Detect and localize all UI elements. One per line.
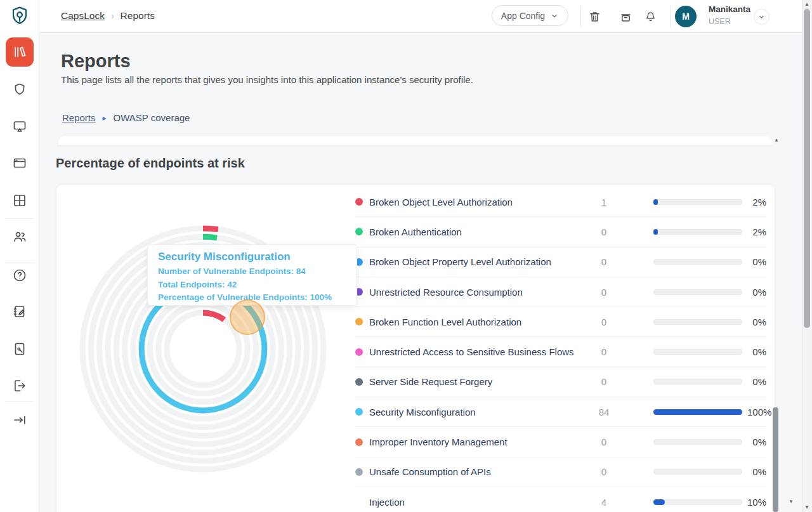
- header-breadcrumb: CapsLock › Reports: [61, 10, 155, 22]
- user-menu-button[interactable]: [754, 9, 769, 25]
- sidebar-item-security[interactable]: [12, 82, 27, 97]
- legend-percent: 0%: [747, 346, 766, 357]
- user-role: USER: [709, 17, 731, 26]
- legend-label: Security Misconfiguration: [369, 407, 589, 417]
- inner-scrollbar-thumb[interactable]: [773, 407, 778, 512]
- legend-count: 0: [589, 287, 619, 298]
- legend-row[interactable]: Server Side Request Forgery 0 0%: [355, 367, 766, 397]
- sidebar-item-help[interactable]: [12, 268, 27, 283]
- legend-bar: [653, 229, 742, 235]
- notifications-button[interactable]: [641, 8, 659, 25]
- content-scrollbar-down-arrow[interactable]: ▼: [789, 499, 794, 504]
- legend-row[interactable]: Improper Inventory Management 0 0%: [355, 427, 766, 457]
- legend-label: Broken Object Property Level Authorizati…: [369, 256, 589, 267]
- legend-dot: [355, 468, 363, 476]
- section-title: Percentage of endpoints at risk: [56, 156, 245, 171]
- breadcrumb-reports-link[interactable]: Reports: [62, 112, 96, 123]
- browser-scrollbar-up-arrow[interactable]: ▲: [804, 2, 809, 7]
- legend-count: 0: [589, 376, 619, 387]
- trash-icon: [588, 10, 601, 23]
- users-icon: [12, 229, 27, 244]
- archive-button[interactable]: [617, 8, 634, 25]
- app-logo-icon[interactable]: [8, 5, 32, 30]
- inner-scrollbar-up-arrow[interactable]: ▲: [774, 138, 779, 143]
- legend-label: Unrestricted Access to Sensitive Busines…: [369, 346, 589, 357]
- header-divider: [580, 6, 581, 27]
- legend-label: Improper Inventory Management: [369, 437, 589, 447]
- legend-row[interactable]: Broken Authentication 0 2%: [355, 217, 766, 247]
- user-name: Manikanta: [709, 4, 750, 14]
- legend-count: 0: [589, 466, 619, 477]
- legend-row[interactable]: Broken Function Level Authorization 0 0%: [355, 307, 766, 337]
- chart-tooltip: Security Misconfiguration Number of Vuln…: [147, 244, 357, 306]
- legend-bar: [653, 499, 742, 505]
- sidebar-item-notes[interactable]: [12, 304, 27, 319]
- legend-bar: [653, 319, 742, 325]
- legend-row[interactable]: Unrestricted Resource Consumption 0 0%: [355, 277, 766, 307]
- legend-row[interactable]: Broken Object Level Authorization 1 2%: [355, 187, 766, 217]
- legend-percent: 0%: [747, 287, 766, 298]
- bar-fill: [653, 409, 742, 415]
- breadcrumb-owasp-current: OWASP coverage: [114, 112, 190, 123]
- legend-dot: [355, 228, 363, 235]
- bar-fill: [653, 199, 658, 205]
- header-divider: [670, 6, 671, 27]
- archive-icon: [619, 10, 632, 23]
- breadcrumb-root-link[interactable]: CapsLock: [61, 10, 105, 22]
- notebook-pen-icon: [12, 304, 27, 319]
- legend-row[interactable]: Broken Object Property Level Authorizati…: [355, 247, 766, 277]
- legend-bar: [653, 199, 742, 205]
- browser-scrollbar-down-arrow[interactable]: ▼: [804, 505, 809, 510]
- legend-bar: [653, 379, 742, 384]
- sidebar-collapse-button[interactable]: [12, 412, 27, 428]
- sidebar-divider: [5, 401, 34, 402]
- delete-button[interactable]: [586, 8, 603, 25]
- page-subtitle: This page lists all the reports that giv…: [61, 74, 473, 85]
- legend-row[interactable]: Security Misconfiguration 84 100%: [355, 397, 766, 427]
- legend-dot: [355, 198, 363, 206]
- shield-icon: [12, 82, 27, 97]
- browser-scrollbar-thumb[interactable]: [804, 9, 810, 328]
- sidebar-item-reports-active[interactable]: [6, 37, 34, 67]
- legend-percent: 10%: [747, 497, 766, 508]
- legend-dot: [355, 378, 363, 386]
- sidebar-item-applications[interactable]: [12, 155, 27, 171]
- sidebar-item-users[interactable]: [12, 229, 27, 244]
- legend-count: 4: [589, 497, 619, 508]
- legend-bar: [653, 469, 742, 475]
- legend-label: Broken Object Level Authorization: [369, 197, 589, 207]
- legend-dot: [355, 408, 363, 416]
- legend-dot: [355, 348, 363, 356]
- page-breadcrumb: Reports ▸ OWASP coverage: [62, 112, 190, 123]
- legend-count: 0: [589, 226, 619, 237]
- legend-label: Server Side Request Forgery: [369, 376, 589, 387]
- legend-percent: 0%: [747, 466, 766, 477]
- browser-window-icon: [12, 155, 27, 171]
- legend-row[interactable]: Injection 4 10%: [355, 487, 766, 512]
- sidebar: [0, 0, 39, 512]
- legend-count: 0: [589, 256, 619, 267]
- legend-bar: [653, 439, 742, 445]
- sidebar-item-monitoring[interactable]: [12, 119, 27, 134]
- tooltip-total-endpoints: Total Endpoints: 42: [158, 279, 346, 292]
- breadcrumb-current: Reports: [121, 10, 155, 22]
- legend-count: 0: [589, 346, 619, 357]
- legend-row[interactable]: Unsafe Consumption of APIs 0 0%: [355, 457, 766, 487]
- legend-label: Broken Function Level Authorization: [369, 317, 589, 327]
- collapse-arrow-icon: [12, 412, 27, 428]
- legend-count: 0: [589, 317, 619, 327]
- legend-dot: [355, 438, 363, 446]
- app-config-dropdown[interactable]: App Config: [492, 5, 568, 26]
- user-avatar[interactable]: M: [675, 6, 697, 27]
- library-books-icon: [13, 45, 27, 59]
- legend-row[interactable]: Unrestricted Access to Sensitive Busines…: [355, 337, 766, 367]
- scrolled-card-edge: [58, 136, 773, 145]
- legend-percent: 100%: [747, 407, 771, 417]
- legend-percent: 0%: [747, 317, 766, 327]
- sidebar-item-dashboard[interactable]: [12, 193, 27, 208]
- bell-icon: [644, 10, 657, 23]
- sidebar-item-documents[interactable]: [12, 341, 27, 357]
- tooltip-vulnerable-endpoints: Number of Vulnerable Endpoints: 84: [158, 265, 346, 279]
- sidebar-item-logout[interactable]: [12, 378, 27, 393]
- owasp-legend: Broken Object Level Authorization 1 2% B…: [355, 187, 766, 512]
